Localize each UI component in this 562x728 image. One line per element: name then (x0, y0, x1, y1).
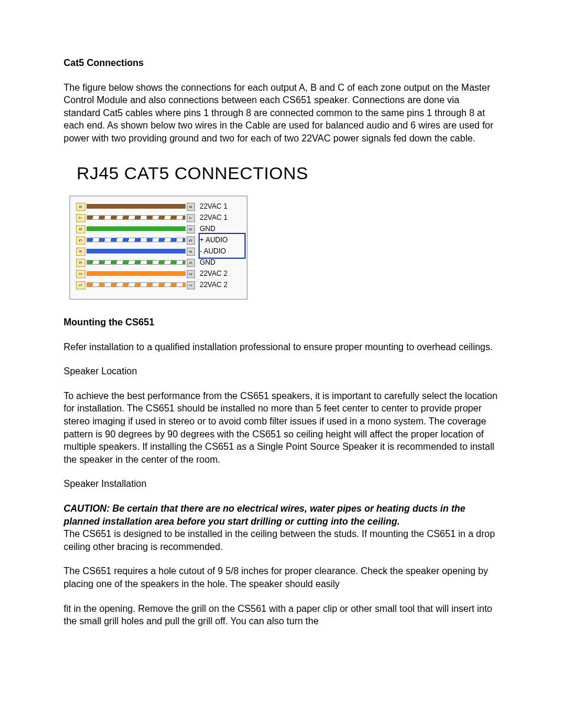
pin-row-5: 55+ AUDIO (76, 235, 241, 246)
subheading-speaker-location: Speaker Location (64, 365, 498, 378)
pin-number-right: 4 (187, 248, 195, 256)
pin-number-left: 5 (76, 236, 85, 245)
wire (87, 204, 186, 210)
heading-mounting: Mounting the CS651 (64, 316, 498, 329)
paragraph-install-3: fit in the opening. Remove the grill on … (64, 602, 498, 628)
pin-row-3: 33GND (76, 257, 241, 268)
signal-label: 22VAC 1 (200, 202, 241, 211)
pin-number-right: 8 (187, 203, 195, 211)
signal-label: GND (200, 224, 241, 233)
pin-number-right: 5 (187, 236, 195, 245)
pin-number-right: 1 (187, 281, 195, 289)
rj45-diagram: 8822VAC 17722VAC 166GND55+ AUDIO44- AUDI… (70, 196, 498, 299)
pin-number-left: 6 (76, 225, 85, 233)
pin-number-left: 4 (76, 248, 85, 256)
pin-row-7: 7722VAC 1 (76, 212, 241, 223)
pin-row-1: 1122VAC 2 (76, 279, 241, 291)
paragraph-install-2: The CS651 requires a hole cutout of 9 5/… (64, 565, 498, 590)
wire (87, 271, 186, 277)
signal-label: + AUDIO (200, 235, 241, 245)
pin-number-right: 3 (187, 259, 195, 267)
pin-number-left: 3 (76, 259, 85, 267)
paragraph-install-1: The CS651 is designed to be installed in… (64, 528, 498, 553)
pin-number-left: 2 (76, 270, 85, 278)
wire (87, 226, 186, 232)
pin-row-4: 44- AUDIO (76, 246, 241, 257)
signal-label: 22VAC 1 (200, 213, 241, 222)
pin-row-8: 8822VAC 1 (76, 201, 241, 212)
pin-number-left: 8 (76, 203, 85, 211)
caution-text: CAUTION: Be certain that there are no el… (64, 503, 465, 526)
pin-number-left: 1 (76, 281, 85, 289)
wire (87, 238, 186, 243)
pin-row-2: 2222VAC 2 (76, 268, 241, 279)
wire (87, 260, 186, 266)
pin-number-right: 7 (187, 214, 195, 222)
subheading-speaker-installation: Speaker Installation (64, 477, 498, 490)
wire (87, 249, 186, 255)
paragraph-intro: The figure below shows the connections f… (64, 81, 498, 145)
pin-number-left: 7 (76, 214, 85, 222)
signal-label: 22VAC 2 (200, 269, 241, 278)
diagram-title: RJ45 CAT5 CONNECTIONS (77, 162, 498, 186)
pin-number-right: 6 (187, 225, 195, 233)
wire (87, 282, 186, 288)
heading-cat5-connections: Cat5 Connections (64, 57, 498, 70)
paragraph-mounting-intro: Refer installation to a qualified instal… (64, 341, 498, 354)
pin-row-6: 66GND (76, 223, 241, 235)
wire (87, 215, 186, 221)
signal-label: 22VAC 2 (200, 280, 241, 289)
paragraph-speaker-location: To achieve the best performance from the… (64, 390, 498, 466)
pin-number-right: 2 (187, 270, 195, 278)
signal-label: GND (200, 258, 241, 267)
signal-label: - AUDIO (200, 246, 241, 256)
